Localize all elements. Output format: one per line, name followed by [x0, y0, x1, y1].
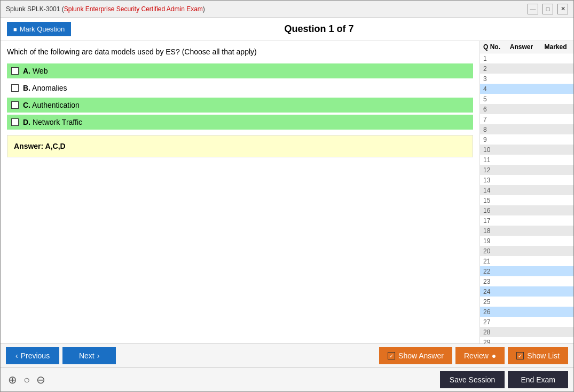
main-window: Splunk SPLK-3001 (Splunk Enterprise Secu… — [0, 0, 574, 392]
list-row-qno: 6 — [483, 106, 502, 113]
zoom-in-button[interactable]: ⊖ — [34, 372, 48, 388]
checkbox-a[interactable] — [11, 67, 19, 75]
list-row[interactable]: 17 — [480, 215, 573, 226]
list-row-qno: 8 — [483, 126, 502, 133]
list-row-qno: 11 — [483, 156, 502, 164]
list-row-qno: 10 — [483, 146, 502, 154]
zoom-in-icon: ⊕ — [8, 374, 17, 386]
list-row[interactable]: 5 — [480, 94, 573, 104]
list-row-qno: 16 — [483, 207, 502, 214]
list-row-qno: 23 — [483, 278, 502, 285]
checkbox-d[interactable] — [11, 118, 19, 126]
checkbox-b[interactable] — [11, 84, 19, 92]
list-row[interactable]: 25 — [480, 297, 573, 307]
option-d-label: D. Network Traffic — [23, 118, 82, 126]
list-row[interactable]: 16 — [480, 205, 573, 215]
option-a-label: A. Web — [23, 67, 48, 75]
list-row-qno: 7 — [483, 116, 502, 123]
list-row[interactable]: 27 — [480, 317, 573, 327]
show-list-checkbox-icon: ✓ — [516, 352, 524, 359]
option-c[interactable]: C. Authentication — [7, 98, 473, 113]
list-row[interactable]: 9 — [480, 134, 573, 145]
list-row[interactable]: 21 — [480, 256, 573, 266]
question-title: Question 1 of 7 — [71, 23, 567, 35]
previous-button[interactable]: ‹ Previous — [6, 347, 59, 364]
list-row[interactable]: 15 — [480, 195, 573, 205]
list-row-qno: 12 — [483, 166, 502, 174]
list-row[interactable]: 28 — [480, 327, 573, 337]
review-button[interactable]: Review ● — [455, 347, 505, 364]
list-row[interactable]: 26 — [480, 307, 573, 317]
list-row-qno: 24 — [483, 288, 502, 295]
list-row[interactable]: 8 — [480, 124, 573, 134]
list-row[interactable]: 20 — [480, 246, 573, 256]
list-row-qno: 27 — [483, 318, 502, 326]
list-row[interactable]: 14 — [480, 185, 573, 195]
show-list-button[interactable]: ✓ Show List — [508, 347, 568, 364]
window-controls: — □ ✕ — [528, 4, 568, 14]
zoom-controls: ⊕ ○ ⊖ — [6, 372, 48, 388]
list-row-qno: 2 — [483, 65, 502, 73]
option-d[interactable]: D. Network Traffic — [7, 115, 473, 130]
list-row-qno: 14 — [483, 187, 502, 194]
list-row[interactable]: 23 — [480, 276, 573, 286]
list-row-qno: 17 — [483, 217, 502, 225]
list-row[interactable]: 12 — [480, 165, 573, 175]
show-answer-checkbox-icon: ✓ — [388, 352, 395, 359]
window-title: Splunk SPLK-3001 (Splunk Enterprise Secu… — [6, 5, 205, 13]
col-qno-header: Q No. — [483, 43, 502, 51]
zoom-normal-button[interactable]: ○ — [21, 372, 32, 388]
maximize-button[interactable]: □ — [542, 4, 553, 14]
list-row[interactable]: 11 — [480, 155, 573, 165]
list-row[interactable]: 6 — [480, 104, 573, 114]
minimize-button[interactable]: — — [528, 4, 538, 14]
mark-question-button[interactable]: ■ Mark Question — [7, 22, 71, 36]
list-body[interactable]: 1 2 3 4 5 6 7 8 — [480, 53, 573, 343]
list-row-qno: 1 — [483, 55, 502, 62]
list-row-qno: 26 — [483, 308, 502, 316]
list-row-qno: 9 — [483, 136, 502, 143]
zoom-reset-icon: ○ — [23, 374, 30, 386]
list-row-qno: 5 — [483, 95, 502, 103]
mark-check-icon: ■ — [13, 26, 17, 33]
list-row[interactable]: 2 — [480, 63, 573, 74]
list-row[interactable]: 4 — [480, 84, 573, 94]
list-row[interactable]: 29 — [480, 337, 573, 343]
list-row[interactable]: 18 — [480, 226, 573, 236]
option-a[interactable]: A. Web — [7, 63, 473, 78]
next-button[interactable]: Next › — [62, 347, 116, 364]
save-session-button[interactable]: Save Session — [440, 371, 505, 388]
col-answer-header: Answer — [502, 43, 541, 51]
col-marked-header: Marked — [541, 43, 570, 51]
show-answer-button[interactable]: ✓ Show Answer — [379, 347, 452, 364]
top-bar: ■ Mark Question Question 1 of 7 — [1, 18, 573, 41]
right-panel: Q No. Answer Marked 1 2 3 4 5 — [480, 41, 573, 343]
question-panel: Which of the following are data models u… — [1, 41, 480, 343]
bottom-bar-2: ⊕ ○ ⊖ Save Session End Exam — [1, 367, 573, 391]
answer-box: Answer: A,C,D — [7, 135, 473, 157]
list-row-qno: 29 — [483, 339, 502, 344]
list-row[interactable]: 24 — [480, 286, 573, 297]
option-b-label: B. Anomalies — [23, 84, 67, 92]
list-row[interactable]: 10 — [480, 145, 573, 155]
list-row[interactable]: 3 — [480, 74, 573, 84]
list-row[interactable]: 22 — [480, 266, 573, 276]
prev-arrow-icon: ‹ — [15, 351, 18, 360]
list-row-qno: 28 — [483, 329, 502, 336]
title-bar: Splunk SPLK-3001 (Splunk Enterprise Secu… — [1, 1, 573, 18]
list-row-qno: 13 — [483, 177, 502, 184]
bottom-bar-1: ‹ Previous Next › ✓ Show Answer Review ●… — [1, 343, 573, 367]
checkbox-c[interactable] — [11, 101, 19, 109]
list-row-qno: 20 — [483, 247, 502, 255]
zoom-out-button[interactable]: ⊕ — [6, 372, 19, 388]
list-row[interactable]: 13 — [480, 175, 573, 185]
list-row[interactable]: 19 — [480, 236, 573, 246]
close-button[interactable]: ✕ — [557, 4, 568, 14]
option-b[interactable]: B. Anomalies — [7, 81, 473, 95]
end-exam-button[interactable]: End Exam — [508, 371, 568, 388]
list-row-qno: 18 — [483, 227, 502, 235]
list-row-qno: 4 — [483, 85, 502, 93]
list-row[interactable]: 7 — [480, 114, 573, 124]
review-dot-icon: ● — [492, 351, 496, 360]
list-row[interactable]: 1 — [480, 53, 573, 63]
